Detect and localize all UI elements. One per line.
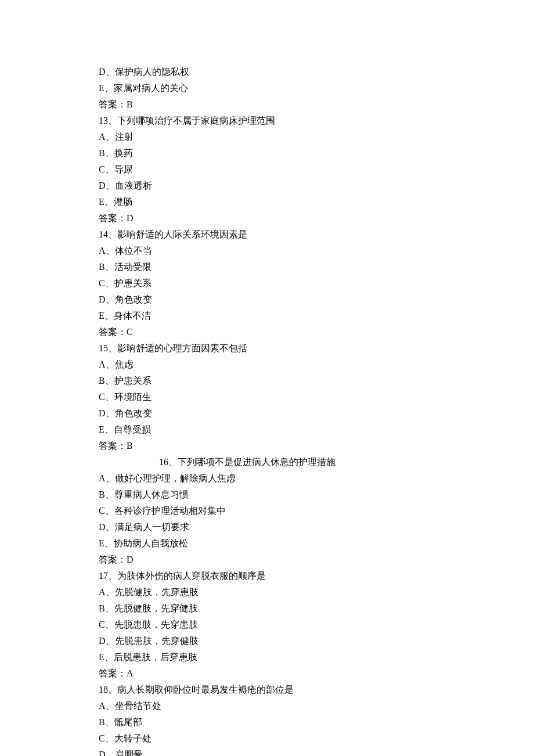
option-text: A、焦虑 [99,357,435,373]
option-text: B、先脱健肢，先穿健肢 [99,600,435,617]
option-text: A、坐骨结节处 [99,698,435,714]
option-text: C、大转子处 [99,730,435,747]
option-text: D、满足病人一切要求 [99,519,435,535]
option-text: E、自尊受损 [99,422,435,438]
option-text: A、先脱健肢，先穿患肢 [99,584,435,600]
question-stem: 16、下列哪项不是促进病人休息的护理措施 [99,454,435,470]
answer-text: 答案：A [99,665,435,682]
answer-text: 答案：D [99,210,435,226]
option-text: C、先脱患肢，先穿患肢 [99,617,435,633]
question-stem: 18、病人长期取仰卧位时最易发生褥疮的部位是 [99,682,435,698]
option-text: D、肩胛骨 [99,747,435,756]
option-text: D、角色改变 [99,291,435,308]
option-text: E、家属对病人的关心 [99,80,435,96]
answer-text: 答案：B [99,96,435,113]
option-text: D、先脱患肢，先穿健肢 [99,633,435,649]
option-text: B、尊重病人休息习惯 [99,487,435,503]
question-stem: 14、影响舒适的人际关系环境因素是 [99,226,435,243]
option-text: D、角色改变 [99,405,435,422]
option-text: C、各种诊疗护理活动相对集中 [99,503,435,519]
option-text: A、体位不当 [99,243,435,259]
option-text: E、后脱患肢，后穿患肢 [99,649,435,665]
option-text: B、护患关系 [99,373,435,389]
option-text: C、护患关系 [99,275,435,291]
option-text: B、骶尾部 [99,714,435,730]
question-stem: 13、下列哪项治疗不属于家庭病床护理范围 [99,113,435,129]
answer-text: 答案：C [99,324,435,340]
option-text: A、做好心理护理，解除病人焦虑 [99,470,435,487]
question-stem: 17、为肢体外伤的病人穿脱衣服的顺序是 [99,568,435,584]
option-text: E、身体不洁 [99,308,435,324]
option-text: C、导尿 [99,161,435,178]
answer-text: 答案：D [99,552,435,568]
option-text: B、活动受限 [99,259,435,275]
option-text: B、换药 [99,145,435,161]
option-text: D、保护病人的隐私权 [99,64,435,80]
option-text: A、注射 [99,129,435,145]
option-text: D、血液透析 [99,178,435,194]
option-text: E、协助病人自我放松 [99,535,435,552]
answer-text: 答案：B [99,438,435,454]
question-stem: 15、影响舒适的心理方面因素不包括 [99,340,435,357]
option-text: C、环境陌生 [99,389,435,405]
option-text: E、灌肠 [99,194,435,210]
